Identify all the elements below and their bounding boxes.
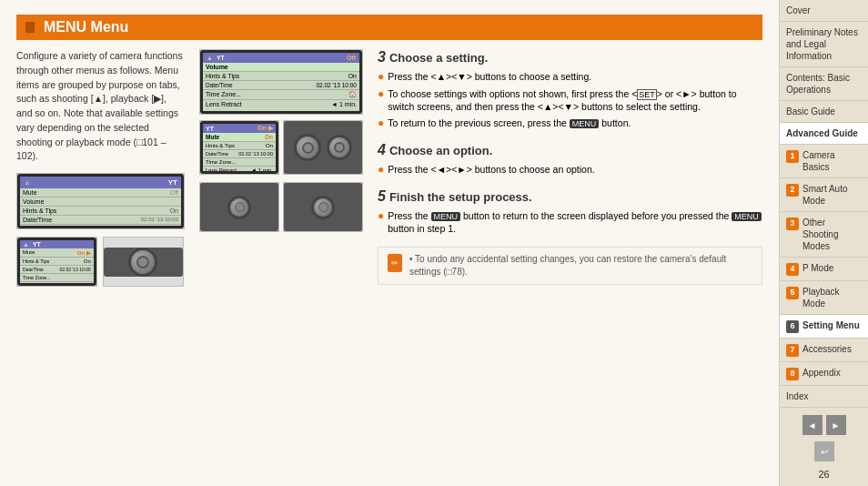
page-number: 26	[818, 469, 829, 480]
step3-bullet3: ● To return to the previous screen, pres…	[378, 116, 762, 131]
step2-images: ▲ YT MuteOn ▶ Hints & TipsOn Date/Time02…	[16, 237, 185, 294]
step4-image-b	[283, 120, 363, 175]
sidebar-num-1: 1	[786, 150, 799, 163]
sidebar-item-cover[interactable]: Cover	[780, 0, 868, 22]
sidebar-item-basic-guide[interactable]: Basic Guide	[780, 101, 868, 123]
step4-images: YT On ▶ MuteOn Hints & TipsOn Date/Time0…	[199, 120, 363, 175]
sidebar-item-preliminary[interactable]: Preliminary Notes and Legal Information	[780, 22, 868, 67]
sidebar-item-accessories[interactable]: 7 Accessories	[780, 339, 868, 362]
step3-num: 3	[378, 49, 386, 66]
note-icon: ✏	[388, 254, 402, 272]
nav-prev-button[interactable]: ◄	[802, 415, 823, 435]
step2-image-b	[103, 237, 184, 287]
note-text: • To undo any accidental setting changes…	[409, 253, 752, 278]
nav-next-button[interactable]: ►	[826, 415, 846, 435]
sidebar-item-playback[interactable]: 5 Playback Mode	[780, 281, 868, 315]
step5-num: 5	[378, 188, 386, 205]
sidebar-num-8: 8	[786, 368, 799, 380]
intro-text: Configure a variety of camera functions …	[16, 49, 185, 164]
step1-image: ▲ YT MuteOff Volume Hints & TipsOn Date/…	[16, 173, 185, 229]
step5-image-b	[283, 182, 363, 232]
sidebar-item-p-mode[interactable]: 4 P Mode	[780, 258, 868, 281]
step4-title: Choose an option.	[389, 144, 492, 157]
step3-block: 3 Choose a setting. ● Press the <▲><▼> b…	[378, 49, 762, 131]
step5-bullet1: ● Press the MENU button to return to the…	[378, 209, 762, 236]
step2-image-a: ▲ YT MuteOn ▶ Hints & TipsOn Date/Time02…	[16, 237, 97, 287]
middle-column: ▲ YT Off Volume Hints & TipsOn Date/Time…	[199, 49, 363, 461]
sidebar-num-2: 2	[786, 184, 799, 197]
sidebar-num-4: 4	[786, 263, 799, 276]
sidebar-nav: ◄ ► ↩ 26	[780, 408, 868, 486]
main-content: MENU Menu Configure a variety of camera …	[0, 0, 779, 486]
sidebar-num-7: 7	[786, 344, 799, 357]
nav-arrows-row: ◄ ►	[802, 415, 846, 435]
steps-column: 3 Choose a setting. ● Press the <▲><▼> b…	[378, 49, 762, 461]
step3-image: ▲ YT Off Volume Hints & TipsOn Date/Time…	[199, 49, 363, 115]
step5-title: Finish the setup process.	[389, 190, 532, 204]
content-wrapper: Configure a variety of camera functions …	[16, 49, 762, 461]
step3-bullet2: ● To choose settings with options not sh…	[378, 87, 762, 114]
sidebar-item-index[interactable]: Index	[780, 386, 868, 408]
sidebar-item-advanced-guide[interactable]: Advanced Guide	[780, 123, 868, 145]
sidebar-item-contents[interactable]: Contents: Basic Operations	[780, 67, 868, 101]
sidebar-num-5: 5	[786, 287, 799, 299]
sidebar-item-camera-basics[interactable]: 1 Camera Basics	[780, 145, 868, 178]
nav-home-button[interactable]: ↩	[814, 441, 834, 461]
sidebar-num-6: 6	[786, 320, 799, 333]
step5-images	[199, 182, 363, 232]
note-bar: ✏ • To undo any accidental setting chang…	[378, 247, 762, 285]
sidebar: Cover Preliminary Notes and Legal Inform…	[779, 0, 868, 486]
left-column: Configure a variety of camera functions …	[16, 49, 185, 461]
sidebar-item-appendix[interactable]: 8 Appendix	[780, 362, 868, 386]
step3-title: Choose a setting.	[389, 51, 488, 65]
step4-block: 4 Choose an option. ● Press the <◄><►> b…	[378, 142, 762, 177]
sidebar-item-other-shooting[interactable]: 3 Other Shooting Modes	[780, 212, 868, 258]
step4-num: 4	[378, 142, 386, 158]
step5-block: 5 Finish the setup process. ● Press the …	[378, 188, 762, 236]
page-title: MENU Menu	[16, 15, 762, 40]
step4-bullet1: ● Press the <◄><►> buttons to choose an …	[378, 163, 762, 177]
step4-image-a: YT On ▶ MuteOn Hints & TipsOn Date/Time0…	[199, 120, 279, 175]
sidebar-item-setting-menu[interactable]: 6 Setting Menu	[780, 315, 868, 339]
sidebar-item-smart-auto[interactable]: 2 Smart Auto Mode	[780, 178, 868, 212]
step5-image-a	[199, 182, 279, 232]
step3-bullet1: ● Press the <▲><▼> buttons to choose a s…	[378, 70, 762, 85]
sidebar-num-3: 3	[786, 218, 799, 230]
